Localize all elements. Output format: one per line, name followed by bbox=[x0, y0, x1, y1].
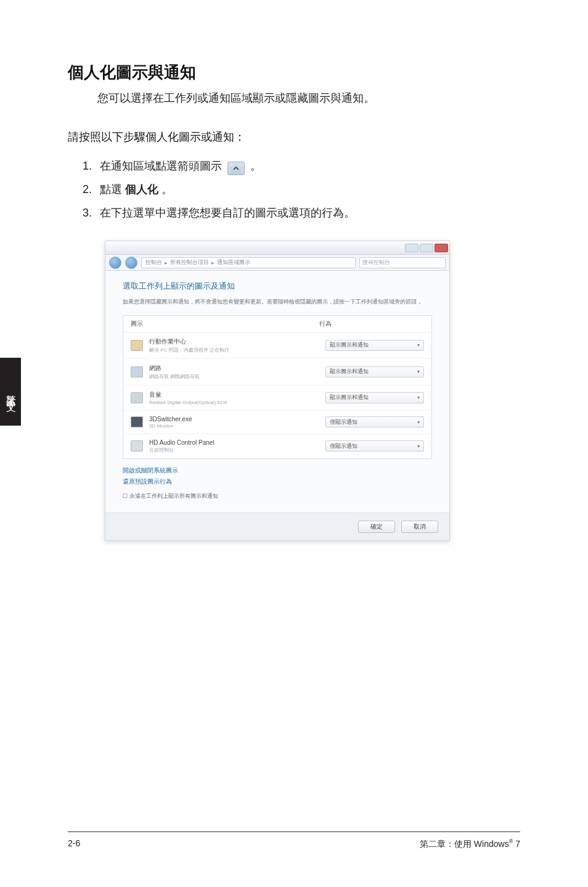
breadcrumb-part[interactable]: 通知區域圖示 bbox=[217, 258, 250, 266]
behavior-dropdown[interactable]: 顯示圖示和通知 ▾ bbox=[325, 366, 424, 377]
breadcrumb-part[interactable]: 控制台 bbox=[145, 258, 162, 266]
list-item: 3DSwitcher.exe 3D Monitor 僅顯示通知 ▾ bbox=[123, 411, 431, 434]
dropdown-value: 顯示圖示和通知 bbox=[330, 368, 369, 376]
network-icon bbox=[131, 366, 143, 377]
item-name: 3DSwitcher.exe bbox=[149, 416, 325, 423]
breadcrumb[interactable]: 控制台 ▸ 所有控制台項目 ▸ 通知區域圖示 bbox=[141, 257, 356, 268]
intro-text: 您可以選擇在工作列或通知區域顯示或隱藏圖示與通知。 bbox=[97, 89, 520, 107]
steps-heading: 請按照以下步驟個人化圖示或通知： bbox=[68, 130, 520, 144]
list-item: 行動作業中心 解決 PC 問題：內處理程序 正在執行 顯示圖示和通知 ▾ bbox=[123, 332, 431, 359]
behavior-dropdown[interactable]: 顯示圖示和通知 ▾ bbox=[325, 392, 424, 403]
behavior-dropdown[interactable]: 僅顯示通知 ▾ bbox=[325, 416, 424, 427]
dropdown-value: 僅顯示通知 bbox=[330, 418, 357, 426]
ok-button[interactable]: 確定 bbox=[358, 521, 395, 533]
item-name: 行動作業中心 bbox=[149, 337, 325, 346]
link-restore-defaults[interactable]: 還原預設圖示行為 bbox=[123, 477, 432, 486]
tray-arrow-icon bbox=[227, 162, 245, 175]
app-icon bbox=[131, 416, 143, 427]
chevron-down-icon: ▾ bbox=[417, 444, 420, 449]
window-titlebar bbox=[105, 241, 449, 255]
window-description: 如果您選擇隱藏圖示和通知，將不會通知您有變更和更新。若要隨時檢視隱藏的圖示，請按… bbox=[123, 298, 432, 307]
step-3: 在下拉選單中選擇您想要自訂的圖示或選項的行為。 bbox=[95, 202, 520, 223]
volume-icon bbox=[131, 392, 143, 403]
page-footer: 2-6 第二章：使用 Windows® 7 bbox=[68, 831, 520, 850]
maximize-button[interactable] bbox=[420, 244, 433, 252]
audio-icon bbox=[131, 440, 143, 452]
always-show-checkbox[interactable]: ☐ 永遠在工作列上顯示所有圖示和通知 bbox=[123, 492, 432, 500]
behavior-dropdown[interactable]: 僅顯示通知 ▾ bbox=[325, 440, 424, 452]
step-1-text-a: 在通知區域點選箭頭圖示 bbox=[100, 160, 222, 172]
checkbox-icon: ☐ bbox=[123, 493, 129, 499]
breadcrumb-part[interactable]: 所有控制台項目 bbox=[170, 258, 209, 266]
links-block: 開啟或關閉系統圖示 還原預設圖示行為 bbox=[123, 466, 432, 486]
step-2-keyword: 個人化 bbox=[125, 183, 158, 196]
action-center-icon bbox=[131, 340, 143, 351]
step-1: 在通知區域點選箭頭圖示 。 bbox=[95, 155, 520, 176]
close-button[interactable] bbox=[435, 244, 448, 252]
item-name: 音量 bbox=[149, 390, 325, 399]
forward-button[interactable] bbox=[125, 257, 137, 269]
link-system-icons[interactable]: 開啟或關閉系統圖示 bbox=[123, 466, 432, 475]
behavior-dropdown[interactable]: 顯示圖示和通知 ▾ bbox=[325, 340, 424, 351]
chevron-down-icon: ▾ bbox=[417, 342, 420, 348]
checkbox-label: 永遠在工作列上顯示所有圖示和通知 bbox=[129, 493, 218, 499]
dialog-buttons: 確定 取消 bbox=[105, 513, 449, 540]
list-header: 圖示 行為 bbox=[123, 316, 431, 332]
col-behavior: 行為 bbox=[319, 320, 424, 328]
window-heading: 選取工作列上顯示的圖示及通知 bbox=[123, 281, 432, 292]
address-bar: 控制台 ▸ 所有控制台項目 ▸ 通知區域圖示 搜尋控制台 bbox=[105, 255, 449, 271]
chevron-down-icon: ▾ bbox=[417, 395, 420, 400]
step-2-text-c: 。 bbox=[158, 183, 173, 196]
steps-list: 在通知區域點選箭頭圖示 。 點選 個人化 。 在下拉選單中選擇您想要自訂的圖示或… bbox=[68, 155, 520, 224]
step-1-text-b: 。 bbox=[250, 160, 261, 172]
dropdown-value: 僅顯示通知 bbox=[330, 442, 357, 450]
search-placeholder: 搜尋控制台 bbox=[362, 258, 390, 266]
cancel-button[interactable]: 取消 bbox=[401, 521, 438, 533]
list-item: 網路 網路存取 網際網路存取 顯示圖示和通知 ▾ bbox=[123, 359, 431, 386]
chapter-label: 第二章：使用 Windows® 7 bbox=[420, 838, 520, 850]
step-2: 點選 個人化 。 bbox=[95, 179, 520, 200]
dropdown-value: 顯示圖示和通知 bbox=[330, 394, 369, 402]
minimize-button[interactable] bbox=[405, 244, 419, 252]
chevron-down-icon: ▾ bbox=[417, 369, 420, 374]
item-detail: 音效控制台 bbox=[149, 447, 325, 453]
icon-behavior-list: 圖示 行為 行動作業中心 解決 PC 問題：內處理程序 正在執行 顯示圖示和通知… bbox=[123, 315, 432, 459]
col-icon: 圖示 bbox=[131, 320, 319, 328]
item-detail: Realtek Digital Output(Optical) 61% bbox=[149, 400, 325, 405]
item-name: 網路 bbox=[149, 364, 325, 373]
back-button[interactable] bbox=[109, 257, 121, 269]
item-detail: 解決 PC 問題：內處理程序 正在執行 bbox=[149, 347, 325, 353]
item-name: HD Audio Control Panel bbox=[149, 439, 325, 446]
dropdown-value: 顯示圖示和通知 bbox=[330, 341, 369, 349]
step-3-text: 在下拉選單中選擇您想要自訂的圖示或選項的行為。 bbox=[100, 207, 355, 219]
item-detail: 3D Monitor bbox=[149, 423, 325, 429]
page-number: 2-6 bbox=[68, 838, 80, 850]
chevron-right-icon: ▸ bbox=[211, 260, 214, 266]
section-title: 個人化圖示與通知 bbox=[68, 62, 520, 83]
screenshot-window: 控制台 ▸ 所有控制台項目 ▸ 通知區域圖示 搜尋控制台 選取工作列上顯示的圖示… bbox=[105, 241, 450, 541]
step-2-text-a: 點選 bbox=[100, 183, 125, 196]
list-item: 音量 Realtek Digital Output(Optical) 61% 顯… bbox=[123, 386, 431, 411]
search-input[interactable]: 搜尋控制台 bbox=[359, 257, 446, 268]
chevron-down-icon: ▾ bbox=[417, 419, 420, 425]
chevron-right-icon: ▸ bbox=[165, 260, 168, 266]
item-detail: 網路存取 網際網路存取 bbox=[149, 373, 325, 380]
side-language-tab: 繁体中文 bbox=[0, 358, 21, 426]
list-item: HD Audio Control Panel 音效控制台 僅顯示通知 ▾ bbox=[123, 434, 431, 458]
